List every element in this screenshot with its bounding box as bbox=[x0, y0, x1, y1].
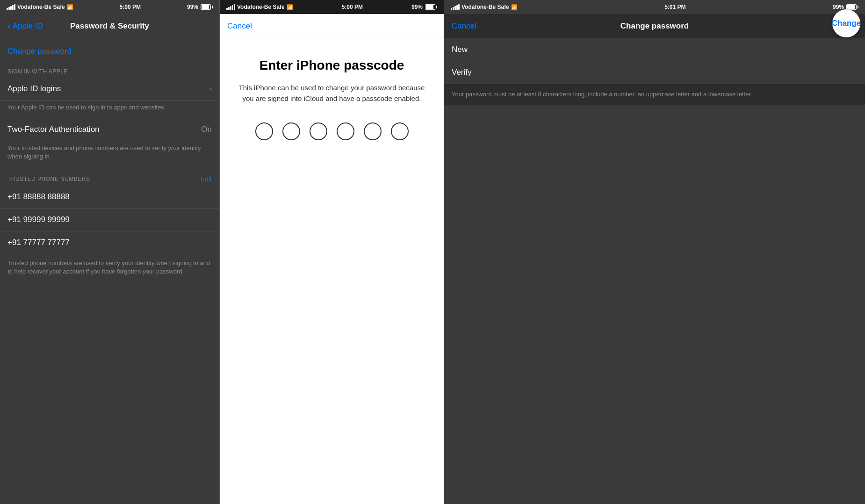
nav-bar-panel3: Cancel Change password Change bbox=[444, 14, 865, 38]
two-factor-row[interactable]: Two-Factor Authentication On bbox=[0, 118, 219, 141]
signal-icon-p2 bbox=[226, 4, 235, 10]
passcode-dot-4[interactable] bbox=[337, 122, 354, 140]
status-time-panel3: 5:01 PM bbox=[664, 4, 685, 10]
nav-title-panel3: Change password bbox=[620, 22, 689, 31]
password-requirements: Your password must be at least 8 charact… bbox=[444, 84, 865, 105]
sign-in-section-label: SIGN IN WITH APPLE bbox=[0, 61, 219, 78]
battery-percent: 99% bbox=[187, 4, 198, 10]
passcode-dots-row bbox=[255, 122, 409, 140]
status-time-panel2: 5:00 PM bbox=[342, 4, 363, 10]
status-bar-panel2: Vodafone-Be Safe 📶 5:00 PM 99% bbox=[220, 0, 444, 14]
status-carrier-panel2: Vodafone-Be Safe 📶 bbox=[226, 4, 293, 10]
nav-bar-panel1: ‹ Apple ID Password & Security bbox=[0, 14, 219, 38]
trusted-phones-header: TRUSTED PHONE NUMBERS Edit bbox=[0, 168, 219, 186]
chevron-left-icon: ‹ bbox=[7, 22, 11, 31]
status-carrier-panel3: Vodafone-Be Safe 📶 bbox=[451, 4, 518, 10]
change-password-link[interactable]: Change password bbox=[7, 47, 72, 56]
two-factor-value: On bbox=[201, 125, 212, 134]
phone-number-3: +91 77777 77777 bbox=[0, 231, 219, 254]
phone-number-1: +91 88888 88888 bbox=[0, 186, 219, 209]
trusted-phones-footer: Trusted phone numbers are used to verify… bbox=[0, 254, 219, 281]
change-password-section: Change password bbox=[0, 38, 219, 61]
passcode-title: Enter iPhone passcode bbox=[260, 57, 404, 73]
change-button-panel3[interactable]: Change bbox=[832, 9, 860, 37]
change-password-form: New Verify Your password must be at leas… bbox=[444, 38, 865, 504]
edit-trusted-phones-button[interactable]: Edit bbox=[201, 175, 212, 183]
trusted-phones-label: TRUSTED PHONE NUMBERS bbox=[7, 176, 90, 182]
apple-id-logins-label: Apple ID logins bbox=[7, 84, 61, 94]
apple-id-logins-subtitle: Your Apple ID can be used to sign in to … bbox=[0, 101, 219, 118]
panel1-password-security: Vodafone-Be Safe 📶 5:00 PM 99% ‹ Apple I… bbox=[0, 0, 220, 504]
cancel-button-panel3[interactable]: Cancel bbox=[452, 22, 476, 31]
signal-icon-p3 bbox=[451, 4, 460, 10]
passcode-dot-6[interactable] bbox=[391, 122, 409, 140]
new-field-label: New bbox=[452, 45, 468, 54]
passcode-dot-2[interactable] bbox=[282, 122, 300, 140]
status-time-panel1: 5:00 PM bbox=[120, 4, 141, 10]
signal-icon bbox=[7, 4, 15, 10]
back-button[interactable]: ‹ Apple ID bbox=[7, 22, 43, 31]
back-label: Apple ID bbox=[13, 22, 43, 31]
nav-title-panel1: Password & Security bbox=[70, 22, 149, 31]
wifi-icon-p3: 📶 bbox=[511, 4, 518, 10]
chevron-right-icon: › bbox=[209, 85, 212, 93]
change-label: Change bbox=[832, 19, 861, 28]
two-factor-subtitle: Your trusted devices and phone numbers a… bbox=[0, 141, 219, 167]
apple-id-logins-row[interactable]: Apple ID logins › bbox=[0, 78, 219, 101]
cancel-button-panel2[interactable]: Cancel bbox=[227, 22, 252, 31]
wifi-icon-p2: 📶 bbox=[287, 4, 293, 10]
phone-number-2: +91 99999 99999 bbox=[0, 209, 219, 231]
carrier-name-p3: Vodafone-Be Safe bbox=[461, 4, 509, 10]
panel3-change-password: Vodafone-Be Safe 📶 5:01 PM 99% Cancel Ch… bbox=[444, 0, 865, 504]
passcode-body: Enter iPhone passcode This iPhone can be… bbox=[220, 38, 444, 504]
nav-bar-panel2: Cancel bbox=[220, 14, 444, 38]
battery-percent-p3: 99% bbox=[833, 4, 844, 10]
status-battery-panel1: 99% bbox=[187, 4, 213, 10]
carrier-name-p2: Vodafone-Be Safe bbox=[237, 4, 285, 10]
status-bar-panel1: Vodafone-Be Safe 📶 5:00 PM 99% bbox=[0, 0, 219, 14]
passcode-dot-5[interactable] bbox=[364, 122, 382, 140]
battery-percent-p2: 99% bbox=[411, 4, 423, 10]
carrier-name: Vodafone-Be Safe bbox=[17, 4, 65, 10]
battery-icon-p3 bbox=[846, 4, 858, 10]
verify-password-field[interactable]: Verify bbox=[444, 61, 865, 84]
battery-icon-p2 bbox=[425, 4, 437, 10]
passcode-dot-3[interactable] bbox=[310, 122, 327, 140]
two-factor-label: Two-Factor Authentication bbox=[7, 125, 100, 134]
passcode-description: This iPhone can be used to change your p… bbox=[235, 83, 429, 104]
panel2-enter-passcode: Vodafone-Be Safe 📶 5:00 PM 99% Cancel En… bbox=[220, 0, 444, 504]
verify-field-label: Verify bbox=[452, 68, 472, 77]
status-carrier-panel1: Vodafone-Be Safe 📶 bbox=[7, 4, 73, 10]
passcode-dot-1[interactable] bbox=[255, 122, 273, 140]
wifi-icon: 📶 bbox=[67, 4, 73, 10]
status-bar-panel3: Vodafone-Be Safe 📶 5:01 PM 99% bbox=[444, 0, 865, 14]
new-password-field[interactable]: New bbox=[444, 38, 865, 61]
status-battery-panel2: 99% bbox=[411, 4, 437, 10]
battery-icon bbox=[201, 4, 213, 10]
